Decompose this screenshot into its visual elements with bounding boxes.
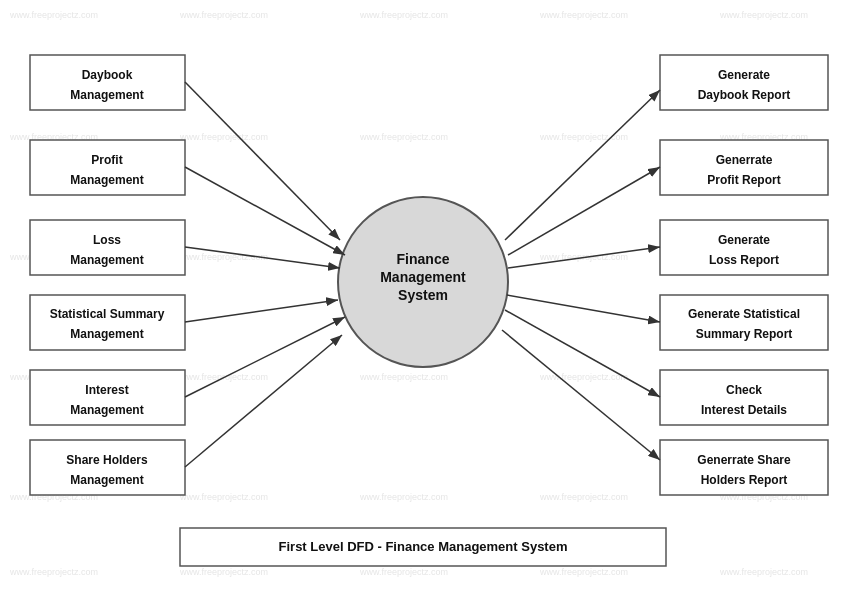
watermark: www.freeprojectz.com (359, 372, 448, 382)
arrow-center-statistical (507, 295, 660, 322)
arrow-profit-center (185, 167, 345, 255)
watermark: www.freeprojectz.com (9, 567, 98, 577)
loss-label-line2: Management (70, 253, 143, 267)
daybook-label-line1: Daybook (82, 68, 133, 82)
statistical-label-line2: Management (70, 327, 143, 341)
arrow-statistical-center (185, 300, 338, 322)
loss-label-line1: Loss (93, 233, 121, 247)
arrow-center-interest (505, 310, 660, 397)
interest-label-line2: Management (70, 403, 143, 417)
check-interest-label-line2: Interest Details (701, 403, 787, 417)
statistical-box (30, 295, 185, 350)
watermark: www.freeprojectz.com (179, 492, 268, 502)
shareholders-label-line1: Share Holders (66, 453, 148, 467)
gen-statistical-label-line2: Summary Report (696, 327, 793, 341)
watermark: www.freeprojectz.com (539, 372, 628, 382)
gen-statistical-box (660, 295, 828, 350)
shareholders-label-line2: Management (70, 473, 143, 487)
watermark: www.freeprojectz.com (719, 567, 808, 577)
gen-profit-label-line2: Profit Report (707, 173, 780, 187)
interest-label-line1: Interest (85, 383, 128, 397)
profit-label-line2: Management (70, 173, 143, 187)
center-label-line2: Management (380, 269, 466, 285)
gen-daybook-label-line1: Generate (718, 68, 770, 82)
diagram-title: First Level DFD - Finance Management Sys… (279, 539, 568, 554)
watermark: www.freeprojectz.com (359, 567, 448, 577)
diagram-container: www.freeprojectz.com www.freeprojectz.co… (0, 0, 846, 593)
gen-loss-label-line1: Generate (718, 233, 770, 247)
daybook-label-line2: Management (70, 88, 143, 102)
arrow-center-daybook (505, 90, 660, 240)
arrow-interest-center (185, 317, 345, 397)
watermark: www.freeprojectz.com (719, 10, 808, 20)
arrow-shareholders-center (185, 335, 342, 467)
profit-label-line1: Profit (91, 153, 122, 167)
arrow-center-profit (508, 167, 660, 255)
watermark: www.freeprojectz.com (359, 10, 448, 20)
arrow-center-loss (508, 247, 660, 268)
gen-loss-label-line2: Loss Report (709, 253, 779, 267)
gen-shareholders-label-line2: Holders Report (701, 473, 788, 487)
check-interest-label-line1: Check (726, 383, 762, 397)
watermark: www.freeprojectz.com (359, 492, 448, 502)
watermark: www.freeprojectz.com (179, 567, 268, 577)
watermark: www.freeprojectz.com (539, 492, 628, 502)
arrow-daybook-center (185, 82, 340, 240)
gen-shareholders-label-line1: Generrate Share (697, 453, 791, 467)
gen-statistical-label-line1: Generate Statistical (688, 307, 800, 321)
gen-profit-label-line1: Generrate (716, 153, 773, 167)
watermark: www.freeprojectz.com (179, 10, 268, 20)
center-label-line3: System (398, 287, 448, 303)
arrow-center-shareholders (502, 330, 660, 460)
statistical-label-line1: Statistical Summary (50, 307, 165, 321)
watermark: www.freeprojectz.com (539, 10, 628, 20)
watermark: www.freeprojectz.com (359, 132, 448, 142)
watermark: www.freeprojectz.com (539, 567, 628, 577)
center-label-line1: Finance (397, 251, 450, 267)
gen-daybook-label-line2: Daybook Report (698, 88, 791, 102)
watermark: www.freeprojectz.com (9, 10, 98, 20)
watermark: www.freeprojectz.com (179, 132, 268, 142)
